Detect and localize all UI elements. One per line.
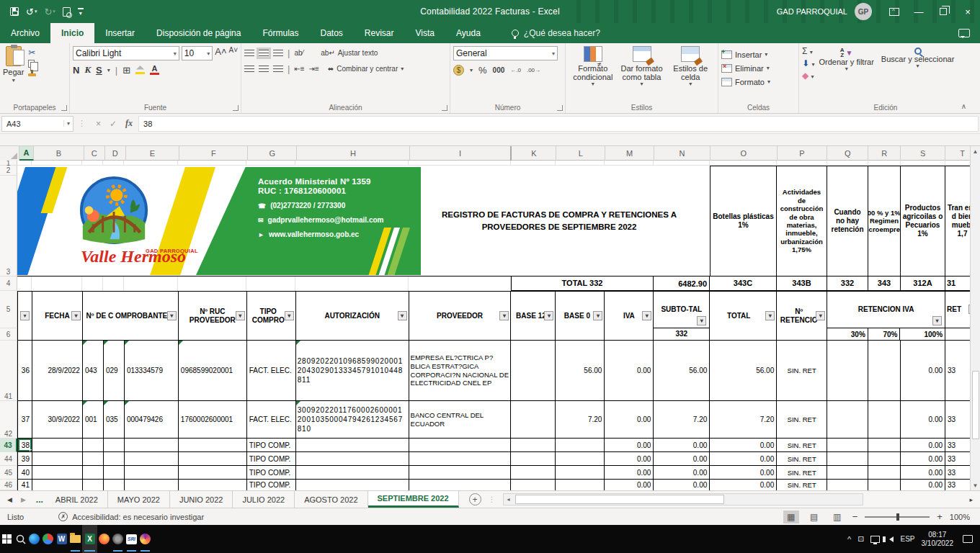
taskbar-file-explorer[interactable] bbox=[68, 525, 82, 553]
sheet-tab-junio[interactable]: JUNIO 2022 bbox=[170, 491, 233, 508]
cell-E44[interactable] bbox=[125, 452, 179, 465]
column-header-H[interactable]: H bbox=[297, 146, 410, 161]
font-size-combo[interactable]: 10▾ bbox=[182, 46, 213, 60]
column-header-B[interactable]: B bbox=[34, 146, 84, 161]
cell-I45[interactable] bbox=[409, 466, 512, 479]
filter-iva-button[interactable]: ▾ bbox=[642, 311, 651, 320]
percent-style-button[interactable]: % bbox=[478, 65, 487, 76]
cell-O45-total[interactable]: 0.00 bbox=[710, 466, 777, 479]
taskbar-firefox[interactable] bbox=[97, 525, 111, 553]
cell-K42-base12[interactable] bbox=[511, 401, 556, 438]
cell-F46[interactable] bbox=[179, 480, 247, 490]
header-autorizacion[interactable]: AUTORIZACIÓN▾ bbox=[296, 292, 409, 340]
align-bottom-button[interactable] bbox=[273, 50, 283, 57]
cell-D43[interactable] bbox=[104, 439, 125, 451]
cell-N44-subtotal[interactable]: 0.00 bbox=[654, 452, 710, 465]
row-header-46[interactable]: 46 bbox=[0, 480, 17, 490]
tell-me-search[interactable]: ¿Qué desea hacer? bbox=[512, 23, 600, 43]
cell-N41-subtotal[interactable]: 56.00 bbox=[654, 341, 710, 400]
align-top-button[interactable] bbox=[244, 50, 254, 57]
customize-qat-button[interactable]: ▾ bbox=[78, 8, 84, 15]
report-title[interactable]: REGISTRO DE FACTURAS DE COMPRA Y RETENCI… bbox=[409, 166, 710, 276]
scroll-down-button[interactable]: ▼ bbox=[971, 480, 980, 490]
scroll-up-button[interactable]: ▲ bbox=[971, 146, 980, 156]
subtotal-code-332[interactable]: 332 bbox=[654, 328, 709, 340]
name-box-dropdown-icon[interactable]: ▾ bbox=[63, 120, 73, 127]
cell-Q41[interactable] bbox=[827, 341, 868, 400]
header-cuando-no-hay-retencion[interactable]: Cuando no hay retención bbox=[827, 166, 868, 276]
tab-datos[interactable]: Datos bbox=[309, 23, 353, 43]
cell-O41-total[interactable]: 56.00 bbox=[710, 341, 777, 400]
filter-tipo-button[interactable]: ▾ bbox=[285, 311, 294, 320]
cell-M45-iva[interactable]: 0.00 bbox=[605, 466, 654, 479]
tab-revisar[interactable]: Revisar bbox=[354, 23, 405, 43]
tab-insertar[interactable]: Insertar bbox=[94, 23, 146, 43]
cell-D42[interactable]: 035 bbox=[104, 401, 125, 438]
filter-num-retencion-button[interactable]: ▾ bbox=[816, 311, 825, 320]
format-as-table-button[interactable]: Dar formato como tabla▾ bbox=[618, 46, 667, 102]
column-header-Q[interactable]: Q bbox=[827, 146, 868, 161]
cancel-entry-button[interactable]: × bbox=[96, 119, 101, 129]
font-family-dropdown-icon[interactable]: ▾ bbox=[171, 50, 177, 57]
code-343B[interactable]: 343B bbox=[777, 276, 827, 291]
code-343C[interactable]: 343C bbox=[710, 276, 777, 291]
cell-H44[interactable] bbox=[296, 452, 409, 465]
cell-M42-iva[interactable]: 0.00 bbox=[605, 401, 654, 438]
zoom-level[interactable]: 100% bbox=[950, 513, 970, 521]
filter-retencion-iva-button[interactable]: ▾ bbox=[932, 316, 942, 325]
font-color-button[interactable]: A bbox=[150, 66, 159, 75]
cell-L45[interactable] bbox=[556, 466, 605, 479]
tab-formulas[interactable]: Fórmulas bbox=[251, 23, 309, 43]
cell-A44[interactable]: 39 bbox=[18, 452, 32, 465]
italic-button[interactable]: K bbox=[84, 64, 91, 76]
cell-S41[interactable]: 0.00 bbox=[901, 341, 945, 400]
cell-N43-subtotal[interactable]: 0.00 bbox=[654, 439, 710, 451]
filter-total-button[interactable]: ▾ bbox=[765, 311, 775, 320]
cell-E41[interactable]: 013334579 bbox=[125, 341, 179, 400]
network-icon[interactable] bbox=[870, 536, 880, 543]
cell-C42[interactable]: 001 bbox=[83, 401, 104, 438]
paste-dropdown-icon[interactable]: ▾ bbox=[12, 77, 15, 84]
cell-Q43[interactable] bbox=[827, 439, 868, 451]
cell-S42[interactable]: 0.00 bbox=[901, 401, 945, 438]
font-family-combo[interactable]: Calibri Light▾ bbox=[73, 46, 179, 60]
language-indicator[interactable]: ESP bbox=[900, 535, 914, 543]
cell-H46[interactable] bbox=[296, 480, 409, 490]
sheet-tab-septiembre-active[interactable]: SEPTIEMBRE 2022 bbox=[368, 491, 459, 508]
filter-ruc-button[interactable]: ▾ bbox=[236, 311, 245, 320]
fill-button[interactable]: ⬇ ▾ bbox=[802, 58, 814, 68]
cell-F45[interactable] bbox=[179, 466, 247, 479]
column-header-C[interactable]: C bbox=[84, 146, 105, 161]
cell-G45-tipo[interactable]: TIPO COMP. bbox=[247, 466, 296, 479]
total-332-value[interactable]: 6482.90 bbox=[654, 276, 710, 291]
vertical-scrollbar[interactable]: ▲ ▼ bbox=[970, 146, 980, 490]
cell-D41[interactable]: 029 bbox=[104, 341, 125, 400]
cell-H41-autorizacion[interactable]: 2809202201096859902000120430290133345791… bbox=[296, 341, 409, 400]
redo-dropdown-icon[interactable]: ▾ bbox=[53, 9, 55, 14]
font-size-dropdown-icon[interactable]: ▾ bbox=[204, 50, 210, 57]
cell-L44[interactable] bbox=[556, 452, 605, 465]
cell-C44[interactable] bbox=[83, 452, 104, 465]
taskbar-browser-profile[interactable] bbox=[111, 525, 125, 553]
cell-C45[interactable] bbox=[83, 466, 104, 479]
cell-S43[interactable]: 0.00 bbox=[901, 439, 945, 451]
cell-G43-tipo[interactable]: TIPO COMP. bbox=[247, 439, 296, 451]
alignment-dialog-launcher[interactable] bbox=[442, 105, 447, 111]
header-regimen-microempresa[interactable]: 100 % y 1%.- Regimen microempresa bbox=[868, 166, 901, 276]
cell-B45[interactable] bbox=[32, 466, 83, 479]
header-30pct[interactable]: 30% bbox=[827, 328, 868, 340]
underline-dropdown-icon[interactable]: ▾ bbox=[107, 67, 110, 73]
cell-R42[interactable] bbox=[868, 401, 901, 438]
tab-disposicion[interactable]: Disposición de página bbox=[146, 23, 251, 43]
horizontal-scroll-thumb[interactable] bbox=[515, 495, 724, 504]
header-total[interactable]: TOTAL▾ bbox=[710, 292, 777, 340]
cell-F44[interactable] bbox=[179, 452, 247, 465]
sheet-tab-julio[interactable]: JULIO 2022 bbox=[233, 491, 295, 508]
hidden-icons-button[interactable]: ^ bbox=[847, 535, 851, 544]
header-num-retencion[interactable]: Nº RETENCIO▾ bbox=[777, 292, 827, 340]
copy-button[interactable] bbox=[28, 60, 35, 68]
cell-O42-total[interactable]: 7.20 bbox=[710, 401, 777, 438]
cell-styles-button[interactable]: Estilos de celda▾ bbox=[666, 46, 715, 102]
code-343[interactable]: 343 bbox=[868, 276, 901, 291]
row-header-44[interactable]: 44 bbox=[0, 452, 17, 466]
